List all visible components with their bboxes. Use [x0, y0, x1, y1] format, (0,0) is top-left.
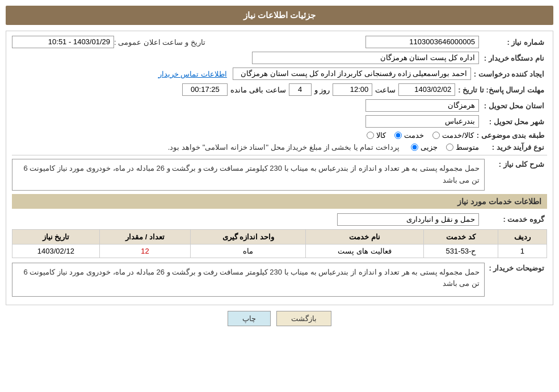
buyer-desc-value: حمل مجموله پستی به هر تعداد و اندازه از … [12, 263, 485, 297]
row-purchase-type: نوع فرآیند خرید : متوسط جزیی پرداخت تمام… [12, 143, 547, 151]
table-cell-0: 1 [498, 244, 547, 258]
deadline-days: 4 [289, 83, 312, 96]
table-row: 1ح-53-531فعالیت های پستماه121403/02/12 [12, 244, 547, 258]
contact-link[interactable]: اطلاعات تماس خریدار [158, 70, 227, 78]
row-province: استان محل تحویل : هرمزگان [12, 99, 547, 112]
need-desc-value: حمل مجموله پستی به هر تعداد و اندازه از … [12, 159, 485, 191]
col-code: کد خدمت [424, 229, 498, 244]
col-date: تاریخ نیاز [12, 229, 100, 244]
announce-datetime-label: تاریخ و ساعت اعلان عمومی : [114, 38, 205, 47]
row-creator: ایجاد کننده درخواست : احمد بوراسمعیلی زا… [12, 68, 547, 80]
deadline-remaining-label: ساعت باقی مانده [228, 86, 288, 94]
purchase-jozvi-radio[interactable] [411, 144, 418, 151]
city-value: بندرعباس [365, 115, 479, 128]
deadline-time: 12:00 [333, 83, 372, 96]
need-number-label: شماره نیاز : [479, 38, 547, 47]
province-label: استان محل تحویل : [479, 102, 547, 110]
buyer-desc-label: توضیحات خریدار : [485, 263, 547, 272]
category-khadamat-label: خدمت [404, 131, 424, 140]
table-cell-3: ماه [191, 244, 306, 258]
purchase-type-note: پرداخت تمام یا بخشی از مبلغ خریداز محل "… [168, 143, 400, 151]
category-kala-khadamat-label: کالا/خدمت [442, 131, 474, 140]
button-row: بازگشت چاپ [6, 311, 553, 332]
category-label: طبقه بندی موضوعی : [474, 131, 547, 140]
col-row: ردیف [498, 229, 547, 244]
purchase-jozvi-item: جزیی [411, 143, 438, 151]
row-city: شهر محل تحویل : بندرعباس [12, 115, 547, 128]
deadline-label: مهلت ارسال پاسخ: تا تاریخ : [455, 86, 547, 94]
page-wrapper: جزئیات اطلاعات نیاز شماره نیاز : 1103003… [0, 0, 559, 392]
category-khadamat-item: خدمت [394, 131, 424, 140]
category-kala-khadamat-radio[interactable] [432, 132, 440, 139]
main-section: شماره نیاز : 1103003646000005 تاریخ و سا… [6, 31, 553, 305]
page-title: جزئیات اطلاعات نیاز [6, 6, 553, 25]
category-kala-khadamat-item: کالا/خدمت [432, 131, 474, 140]
purchase-type-radio-group: متوسط جزیی [411, 143, 479, 151]
creator-label: ایجاد کننده درخواست : [471, 70, 547, 78]
print-button[interactable]: چاپ [228, 311, 271, 326]
category-khadamat-radio[interactable] [394, 132, 402, 139]
purchase-jozvi-label: جزیی [421, 143, 438, 151]
row-need-number: شماره نیاز : 1103003646000005 تاریخ و سا… [12, 36, 547, 48]
deadline-days-label: روز و [312, 86, 333, 94]
need-number-value: 1103003646000005 [365, 36, 479, 48]
service-info-title: اطلاعات خدمات مورد نیاز [12, 194, 547, 209]
deadline-remaining: 00:17:25 [182, 83, 228, 96]
row-deadline: مهلت ارسال پاسخ: تا تاریخ : 1403/02/02 س… [12, 83, 547, 96]
table-cell-5: 1403/02/12 [12, 244, 100, 258]
deadline-date: 1403/02/02 [398, 83, 455, 96]
table-cell-4: 12 [99, 244, 191, 258]
category-kala-label: کالا [376, 131, 386, 140]
city-label: شهر محل تحویل : [479, 117, 547, 126]
purchase-type-label: نوع فرآیند خرید : [479, 143, 547, 151]
creator-value: احمد بوراسمعیلی زاده رفسنجانی کاربرداز ا… [233, 68, 471, 80]
row-need-desc: شرح کلی نیاز : حمل مجموله پستی به هر تعد… [12, 159, 547, 191]
purchase-motavaset-label: متوسط [456, 143, 479, 151]
buyer-org-value: اداره کل پست استان هرمزگان [252, 52, 479, 64]
row-service-group: گروه خدمت : حمل و نقل و انبارداری [12, 213, 547, 226]
row-buyer-org: نام دستگاه خریدار : اداره کل پست استان ه… [12, 52, 547, 64]
need-desc-label: شرح کلی نیاز : [485, 159, 547, 168]
category-radio-group: کالا/خدمت خدمت کالا [367, 131, 474, 140]
category-kala-item: کالا [367, 131, 386, 140]
purchase-motavaset-item: متوسط [446, 143, 479, 151]
purchase-motavaset-radio[interactable] [446, 144, 453, 151]
service-group-label: گروه خدمت : [479, 215, 547, 224]
category-kala-radio[interactable] [367, 132, 374, 139]
row-buyer-desc: توضیحات خریدار : حمل مجموله پستی به هر ت… [12, 263, 547, 297]
deadline-time-label: ساعت [372, 86, 398, 94]
announce-datetime-value: 1403/01/29 - 10:51 [12, 36, 114, 48]
back-button[interactable]: بازگشت [276, 311, 331, 326]
col-qty: تعداد / مقدار [99, 229, 191, 244]
province-value: هرمزگان [365, 99, 479, 112]
buyer-org-label: نام دستگاه خریدار : [479, 54, 547, 62]
service-table: ردیف کد خدمت نام خدمت واحد اندازه گیری ت… [12, 229, 547, 258]
col-unit: واحد اندازه گیری [191, 229, 306, 244]
service-group-value: حمل و نقل و انبارداری [337, 213, 479, 226]
row-category: طبقه بندی موضوعی : کالا/خدمت خدمت کالا [12, 131, 547, 140]
table-cell-1: ح-53-531 [424, 244, 498, 258]
table-cell-2: فعالیت های پست [305, 244, 423, 258]
col-name: نام خدمت [305, 229, 423, 244]
